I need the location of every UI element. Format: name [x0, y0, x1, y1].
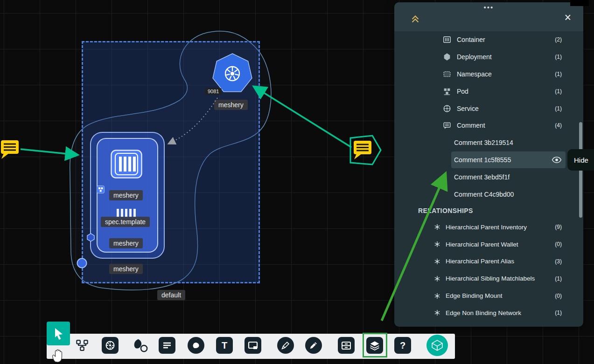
shapes-tool[interactable] [132, 337, 149, 354]
relationship-label: Edge Binding Mount [446, 292, 503, 299]
drawer-icon [341, 340, 352, 351]
pen-tool[interactable] [277, 337, 294, 354]
relationship-row[interactable]: Hierarchical Parent Inventory (9) [394, 219, 583, 236]
relationship-icon [433, 275, 441, 283]
component-label: Service [457, 105, 479, 112]
comment-item[interactable]: Comment 3ebd5f1f [394, 168, 583, 185]
help-tool-glyph: ? [400, 340, 405, 351]
relationship-label: Hierarchical Sibling Matchlabels [446, 275, 535, 282]
namespace-badge-icon[interactable] [77, 258, 87, 268]
relationship-row[interactable]: Hierarchical Parent Alias (3) [394, 253, 583, 270]
frame-icon [247, 340, 259, 351]
service-icon [442, 104, 452, 113]
layers-tool[interactable] [366, 337, 383, 354]
relationship-count: (1) [555, 309, 562, 316]
drawer-tool[interactable] [338, 337, 355, 354]
drag-handle-icon[interactable]: ••• [394, 3, 583, 11]
component-count: (1) [555, 54, 562, 60]
container-label: meshery [109, 190, 143, 200]
relationship-row[interactable]: Edge Binding Mount (0) [394, 287, 583, 304]
component-row-container[interactable]: Container (2) [394, 31, 583, 48]
component-label: Namespace [457, 70, 492, 78]
comment-icon [442, 121, 452, 130]
component-row-service[interactable]: Service (1) [394, 100, 583, 117]
eye-icon[interactable] [552, 155, 562, 165]
relationship-icon [433, 257, 441, 266]
collapse-up-icon[interactable] [410, 14, 420, 24]
relationship-label: Hierarchical Parent Alias [446, 258, 514, 265]
component-row-deployment[interactable]: Deployment (1) [394, 48, 583, 66]
relationship-icon [433, 309, 441, 317]
comment-tool-icon [161, 340, 173, 351]
component-row-comment[interactable]: Comment (4) [394, 117, 583, 134]
freeform-icon [190, 340, 202, 351]
flow-tool[interactable] [74, 337, 91, 354]
comment-item[interactable]: Comment C4c9bd00 [394, 185, 583, 203]
pod-label: meshery [109, 238, 143, 248]
layers-icon [369, 339, 381, 351]
freeform-tool[interactable] [188, 337, 204, 354]
wheel-hub [231, 72, 234, 76]
comment-item[interactable]: Comment 3b219514 [394, 134, 583, 151]
comment-item-highlighted[interactable]: Comment 1c5f8555 [451, 151, 566, 169]
relationship-count: (0) [555, 241, 562, 247]
pod-badge-icon[interactable] [97, 185, 105, 193]
relationship-count: (9) [555, 224, 562, 230]
deployment-icon [442, 52, 452, 62]
kubernetes-icon [104, 339, 116, 351]
component-count: (2) [555, 36, 562, 43]
comment-tool[interactable] [159, 337, 175, 354]
component-label: Comment [457, 122, 485, 129]
meshery-button[interactable] [426, 335, 448, 356]
component-count: (4) [555, 122, 562, 129]
relationship-count: (3) [555, 258, 562, 265]
text-tool-glyph: T [222, 340, 227, 351]
flow-icon [75, 338, 89, 352]
cursor-tool[interactable] [47, 322, 70, 345]
relationships-header: RELATIONSHIPS [394, 203, 583, 219]
relationship-icon [433, 240, 441, 248]
deployment-badge-icon[interactable] [86, 233, 95, 242]
container-node[interactable] [111, 150, 142, 179]
help-tool[interactable]: ? [394, 337, 411, 354]
relationship-row[interactable]: Hierarchical Parent Wallet (0) [394, 236, 583, 253]
component-count: (1) [555, 105, 562, 112]
relationship-count: (1) [555, 275, 562, 282]
component-row-namespace[interactable]: Namespace (1) [394, 66, 583, 83]
cursor-icon [52, 327, 64, 340]
comment-item-label: Comment 3b219514 [454, 139, 513, 146]
container-icon [442, 35, 452, 44]
comment-item-label: Comment C4c9bd00 [454, 191, 514, 198]
panel-body: Container (2) Deployment (1) Namespace (… [394, 31, 583, 322]
shapes-icon [133, 337, 148, 353]
namespace-label: default [157, 290, 185, 300]
component-label: Deployment [457, 53, 492, 61]
component-row-pod[interactable]: Pod (1) [394, 82, 583, 100]
relationship-icon [433, 223, 441, 231]
comment-item-label: Comment 1c5f8555 [454, 156, 511, 164]
hide-tooltip: Hide [567, 149, 594, 171]
comment-item-label: Comment 3ebd5f1f [454, 173, 510, 181]
pencil-tool[interactable] [305, 337, 322, 354]
relationship-label: Hierarchical Parent Inventory [446, 224, 527, 231]
frame-tool[interactable] [245, 337, 261, 354]
relationship-row[interactable]: Hierarchical Sibling Matchlabels (1) [394, 270, 583, 287]
relationship-label: Hierarchical Parent Wallet [446, 241, 518, 248]
namespace-icon [442, 69, 452, 79]
component-label: Container [457, 36, 485, 43]
container-icon [111, 150, 142, 179]
relationship-row[interactable]: Edge Non Binding Network (1) [394, 304, 583, 322]
panel-header: ••• × [394, 2, 583, 31]
port-badge: 9081 [205, 88, 222, 95]
comment-node-left[interactable] [0, 139, 21, 160]
comment-node-right[interactable] [353, 139, 374, 161]
text-tool[interactable]: T [216, 337, 233, 354]
deployment-label: meshery [109, 264, 143, 274]
component-label: Pod [457, 88, 468, 95]
browser-chrome-fragment [570, 0, 589, 6]
service-label: meshery [214, 100, 248, 110]
kubernetes-tool[interactable] [102, 337, 119, 354]
pencil-icon [308, 340, 319, 350]
relationship-label: Edge Non Binding Network [446, 309, 521, 316]
close-icon[interactable]: × [564, 12, 571, 23]
